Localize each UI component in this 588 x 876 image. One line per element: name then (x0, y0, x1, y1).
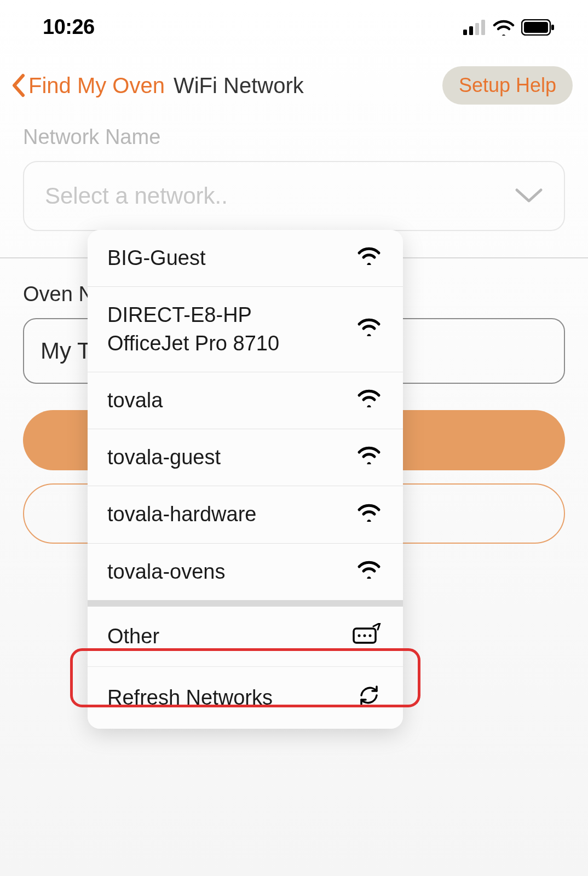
svg-rect-3 (481, 20, 485, 35)
network-name-label: Network Name (23, 125, 565, 149)
wifi-icon (357, 246, 381, 270)
wifi-icon (357, 446, 381, 469)
wifi-icon (357, 318, 381, 341)
page-title: WiFi Network (174, 73, 304, 98)
network-dropdown-panel: BIG-Guest DIRECT-E8-HP OfficeJet Pro 871… (88, 230, 403, 729)
network-item-label: tovala-ovens (107, 558, 225, 586)
network-select[interactable]: Select a network.. (23, 161, 565, 231)
svg-point-9 (364, 635, 366, 637)
network-item-label: tovala-hardware (107, 500, 256, 528)
network-item-label: BIG-Guest (107, 244, 206, 272)
network-item[interactable]: tovala-ovens (88, 544, 403, 600)
svg-rect-6 (551, 25, 554, 30)
back-button[interactable]: Find My Oven (11, 73, 165, 98)
wifi-icon (357, 389, 381, 412)
status-icons (463, 19, 555, 36)
svg-rect-2 (475, 23, 479, 35)
svg-point-8 (358, 635, 361, 637)
nav-bar: Find My Oven WiFi Network Setup Help (0, 44, 588, 116)
svg-rect-5 (524, 22, 548, 33)
refresh-icon (357, 683, 381, 712)
setup-help-label: Setup Help (459, 74, 556, 96)
network-item[interactable]: tovala (88, 372, 403, 429)
cellular-icon (463, 20, 486, 35)
status-bar: 10:26 (0, 0, 588, 44)
keyboard-edit-icon (353, 623, 381, 650)
back-label: Find My Oven (28, 73, 165, 98)
battery-icon (521, 19, 555, 36)
wifi-icon (357, 503, 381, 527)
network-item[interactable]: tovala-hardware (88, 486, 403, 543)
wifi-icon (493, 19, 515, 36)
network-item-label: DIRECT-E8-HP OfficeJet Pro 8710 (107, 301, 326, 358)
chevron-left-icon (11, 73, 26, 97)
network-item-label: tovala-guest (107, 443, 221, 471)
network-item[interactable]: BIG-Guest (88, 230, 403, 287)
network-item-label: tovala (107, 387, 163, 414)
network-item[interactable]: DIRECT-E8-HP OfficeJet Pro 8710 (88, 287, 403, 372)
refresh-networks-button[interactable]: Refresh Networks (88, 667, 403, 729)
network-item[interactable]: tovala-guest (88, 429, 403, 486)
status-time: 10:26 (43, 15, 95, 39)
wifi-icon (357, 560, 381, 584)
svg-point-10 (369, 635, 372, 637)
oven-name-value: My T (41, 338, 91, 364)
setup-help-button[interactable]: Setup Help (442, 66, 573, 105)
chevron-down-icon (515, 188, 543, 204)
dropdown-divider (88, 600, 403, 607)
refresh-label: Refresh Networks (107, 686, 273, 710)
other-label: Other (107, 625, 159, 648)
svg-rect-0 (463, 30, 467, 35)
network-placeholder: Select a network.. (45, 183, 228, 209)
other-network-button[interactable]: Other (88, 607, 403, 667)
svg-rect-1 (469, 26, 473, 35)
